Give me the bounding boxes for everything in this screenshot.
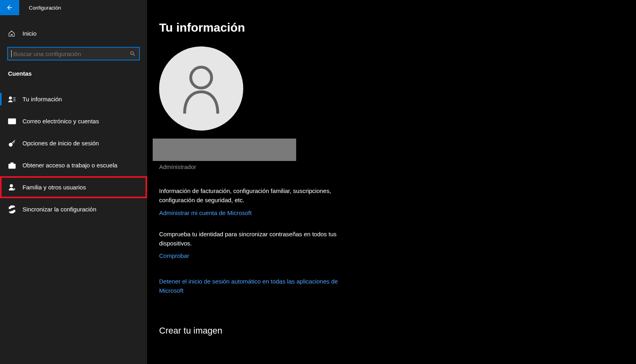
- back-button[interactable]: [0, 0, 19, 15]
- verify-link[interactable]: Comprobar: [159, 251, 189, 260]
- search-icon: [129, 50, 136, 57]
- window-title: Configuración: [29, 5, 61, 11]
- person-add-icon: [8, 183, 16, 191]
- billing-info-text: Información de facturación, configuració…: [159, 186, 351, 205]
- text-cursor: [11, 50, 12, 57]
- sidebar: Configuración Inicio Cuentas Tu informac…: [0, 0, 147, 364]
- search-container: [7, 47, 140, 60]
- sidebar-item-email-accounts[interactable]: Correo electrónico y cuentas: [0, 110, 147, 132]
- nav-label: Correo electrónico y cuentas: [22, 118, 99, 125]
- nav-label: Obtener acceso a trabajo o escuela: [22, 162, 117, 169]
- sidebar-item-sync-settings[interactable]: Sincronizar la configuración: [0, 198, 147, 220]
- nav-label: Tu información: [22, 96, 62, 103]
- sidebar-item-signin-options[interactable]: Opciones de inicio de sesión: [0, 132, 147, 154]
- nav-label: Opciones de inicio de sesión: [22, 140, 99, 147]
- sidebar-item-your-info[interactable]: Tu información: [0, 88, 147, 110]
- main-content: Tu información Administrador Información…: [147, 0, 636, 364]
- mail-icon: [8, 118, 16, 125]
- arrow-left-icon: [6, 4, 13, 11]
- person-icon: [177, 62, 225, 115]
- search-input[interactable]: [13, 50, 129, 57]
- home-icon: [8, 30, 16, 37]
- avatar: [159, 46, 243, 131]
- svg-point-11: [191, 67, 212, 88]
- nav-label: Sincronizar la configuración: [22, 206, 96, 213]
- briefcase-icon: [8, 162, 16, 169]
- search-box[interactable]: [7, 47, 140, 60]
- nav-label: Familia y otros usuarios: [22, 184, 86, 191]
- sync-icon: [8, 205, 16, 213]
- verify-info-text: Comprueba tu identidad para sincronizar …: [159, 229, 351, 248]
- svg-point-8: [10, 184, 13, 187]
- person-detail-icon: [8, 96, 16, 103]
- key-icon: [8, 139, 16, 147]
- sidebar-section-header: Cuentas: [8, 70, 139, 77]
- create-image-heading: Crear tu imagen: [159, 326, 636, 336]
- page-title: Tu información: [159, 21, 636, 34]
- sidebar-item-work-school[interactable]: Obtener acceso a trabajo o escuela: [0, 154, 147, 176]
- user-role: Administrador: [159, 163, 636, 170]
- nav-list: Tu información Correo electrónico y cuen…: [0, 88, 147, 220]
- stop-auto-signin-link[interactable]: Detener el inicio de sesión automático e…: [159, 277, 351, 296]
- home-label: Inicio: [22, 30, 36, 37]
- username-redacted: [153, 139, 296, 161]
- titlebar: Configuración: [0, 0, 147, 15]
- manage-account-link[interactable]: Administrar mi cuenta de Microsoft: [159, 208, 252, 217]
- sidebar-item-family-users[interactable]: Familia y otros usuarios: [0, 176, 147, 198]
- svg-point-0: [9, 97, 12, 99]
- home-nav[interactable]: Inicio: [0, 22, 147, 44]
